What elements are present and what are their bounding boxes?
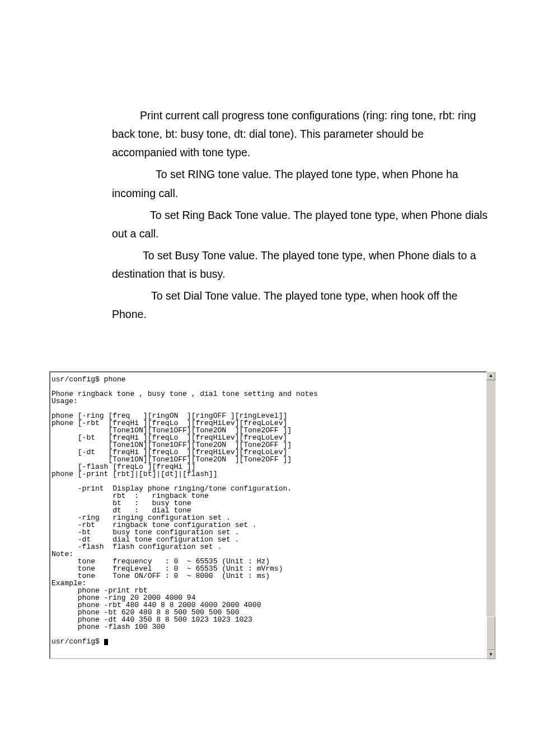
scroll-down-button[interactable]: ▼: [486, 650, 495, 659]
arrow-down-icon: ▼: [489, 652, 493, 657]
scroll-track[interactable]: [486, 380, 495, 650]
scroll-up-button[interactable]: ▲: [486, 371, 495, 380]
scroll-thumb[interactable]: [486, 617, 495, 650]
terminal-output: usr/config$ phone Phone ringback tone , …: [49, 371, 486, 659]
arrow-up-icon: ▲: [489, 373, 493, 378]
document-body: Print current call progress tone configu…: [0, 0, 534, 350]
scrollbar[interactable]: ▲ ▼: [486, 371, 495, 659]
paragraph-bt: To set Busy Tone value. The played tone …: [112, 246, 489, 283]
paragraph-dt: To set Dial Tone value. The played tone …: [112, 287, 489, 324]
paragraph-rbt: To set Ring Back Tone value. The played …: [112, 206, 489, 243]
terminal-text: usr/config$ phone Phone ringback tone , …: [51, 375, 318, 646]
terminal-wrapper: usr/config$ phone Phone ringback tone , …: [49, 371, 486, 659]
cursor-icon: [104, 639, 108, 645]
paragraph-ring: To set RING tone value. The played tone …: [112, 165, 489, 202]
paragraph-print: Print current call progress tone configu…: [112, 106, 489, 162]
